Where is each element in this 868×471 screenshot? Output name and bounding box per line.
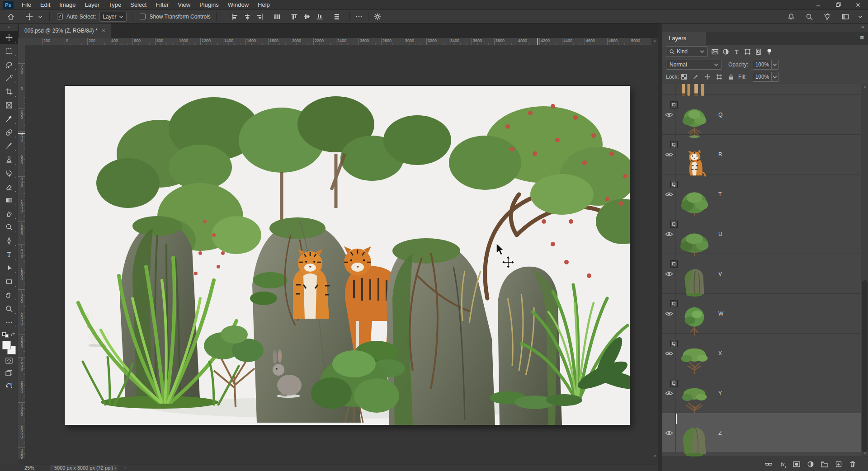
collapse-panels-icon[interactable]: » [861,24,864,29]
menu-item-plugins[interactable]: Plugins [195,0,223,10]
menu-item-type[interactable]: Type [104,0,126,10]
lock-position-icon[interactable] [703,72,712,82]
opacity-input[interactable]: 100% [753,60,772,70]
tool-hand[interactable] [0,288,18,302]
layer-row-w[interactable]: W [662,294,868,334]
tool-pen[interactable] [0,234,18,248]
chevron-down-icon[interactable] [35,11,46,22]
tool-move[interactable] [0,31,18,44]
tool-healing[interactable] [0,126,18,139]
menu-item-file[interactable]: File [17,0,36,10]
tab-layers[interactable]: Layers [662,32,706,45]
tool-eraser[interactable] [0,180,18,193]
tool-path-select[interactable] [0,261,18,275]
search-icon[interactable] [804,11,815,22]
align-bottom-icon[interactable] [316,13,323,20]
layer-visibility-eye-icon[interactable] [662,334,676,373]
layer-row-u[interactable]: U [662,214,868,254]
tool-crop[interactable] [0,85,18,99]
layer-row-q[interactable]: Q [662,95,868,135]
status-popup-chevron[interactable]: › [114,465,116,471]
newlayer-icon[interactable] [835,460,843,468]
layers-scrollbar[interactable]: ˄ ˅ [861,84,868,457]
scroll-left-icon[interactable]: ‹ [124,465,126,471]
move-tool-icon[interactable] [24,11,35,22]
menu-item-select[interactable]: Select [126,0,151,10]
show-transform-checkbox[interactable] [140,14,146,19]
layer-thumbnail[interactable] [677,414,713,457]
tool-wand[interactable] [0,71,18,85]
tool-ellipsis[interactable] [0,316,18,329]
group-icon[interactable] [821,460,829,468]
workspace-icon[interactable] [840,11,851,22]
scroll-down-icon[interactable]: ˅ [861,451,868,456]
tool-gradient[interactable] [0,193,18,207]
layer-name[interactable]: V [718,271,722,277]
blend-mode-dropdown[interactable]: Normal [666,60,722,70]
distribute-horizontal-icon[interactable] [274,13,281,20]
scroll-up-icon[interactable]: ˄ [651,39,658,43]
quick-mask-icon[interactable] [0,354,18,367]
menu-item-layer[interactable]: Layer [80,0,104,10]
photoshop-logo[interactable]: Ps [3,1,14,9]
menu-item-help[interactable]: Help [253,0,274,10]
screen-mode-icon[interactable] [0,367,18,380]
auto-select-checkbox[interactable]: ✓ [57,14,63,19]
filter-smart-icon[interactable] [753,46,764,57]
home-icon[interactable] [5,11,16,22]
zoom-level[interactable]: 25% [24,465,34,471]
more-options-icon[interactable] [354,11,364,22]
menu-item-filter[interactable]: Filter [151,0,173,10]
layer-row-v[interactable]: V [662,254,868,294]
close-button[interactable] [848,0,868,9]
layer-name[interactable]: T [718,191,722,198]
adjust-icon[interactable] [807,460,815,468]
scrollbar-thumb[interactable] [862,280,868,452]
menu-item-image[interactable]: Image [55,0,80,10]
rotate-view-icon[interactable] [0,380,18,392]
align-left-icon[interactable] [231,13,238,20]
chevron-down-icon[interactable] [858,15,863,19]
default-colors-icon[interactable] [2,332,9,338]
filter-pixel-icon[interactable] [709,46,720,57]
layer-visibility-eye-icon[interactable] [662,294,676,333]
tool-zoom[interactable] [0,302,18,316]
panel-menu-icon[interactable]: ≡ [860,33,864,41]
layer-row-t[interactable]: T [662,174,868,214]
filter-toggle-icon[interactable] [764,46,774,57]
layer-row-z[interactable]: Z [662,413,868,453]
tab-close-icon[interactable]: × [102,28,105,34]
layer-visibility-eye-icon[interactable] [662,214,676,254]
toolbar-collapse-icon[interactable]: » [0,24,18,31]
lightbulb-icon[interactable] [822,11,833,22]
align-center-vertical-icon[interactable] [303,13,311,20]
align-top-icon[interactable] [291,13,298,20]
swap-colors-icon[interactable] [10,332,16,338]
layer-row-y[interactable]: Y [662,373,868,413]
tool-eyedropper[interactable] [0,112,18,126]
menu-item-window[interactable]: Window [223,0,253,10]
layer-visibility-eye-icon[interactable] [662,373,676,413]
tool-rect-shape[interactable] [0,275,18,288]
menu-item-view[interactable]: View [173,0,195,10]
foreground-color-swatch[interactable] [2,341,11,349]
tool-marquee[interactable] [0,44,18,58]
restore-button[interactable] [828,0,848,9]
tool-smudge[interactable] [0,207,18,221]
layer-name[interactable]: W [718,311,723,317]
layer-row[interactable] [662,84,868,95]
layer-name[interactable]: Q [718,112,722,118]
align-center-horizontal-icon[interactable] [244,13,251,20]
filter-kind-dropdown[interactable]: Kind [666,46,708,57]
layer-row-x[interactable]: X [662,334,868,373]
distribute-vertical-icon[interactable] [333,13,340,20]
layer-name[interactable]: Y [718,390,722,396]
chevron-down-icon[interactable] [772,60,778,70]
document-canvas[interactable] [65,86,630,425]
layer-name[interactable]: U [718,231,722,237]
canvas-vertical-scrollbar[interactable]: ˄ ˅ [651,38,658,459]
layer-visibility-eye-icon[interactable] [662,84,676,95]
tool-brush[interactable] [0,139,18,153]
layer-name[interactable]: R [718,151,722,158]
lock-transparent-icon[interactable] [679,72,689,82]
